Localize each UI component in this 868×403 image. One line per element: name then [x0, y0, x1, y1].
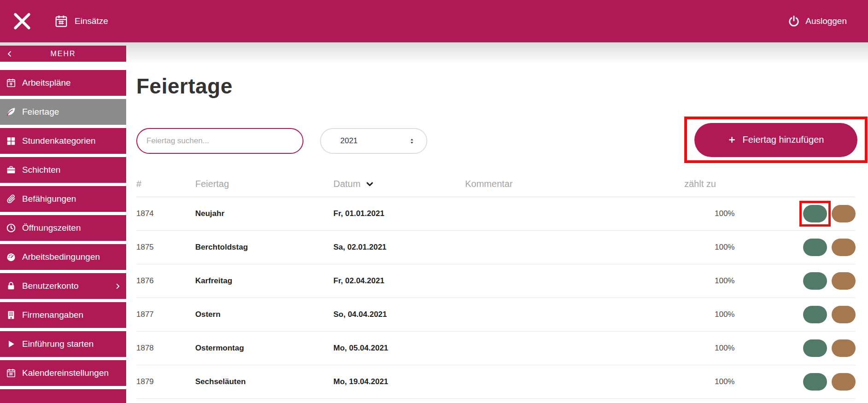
- delete-button[interactable]: [832, 339, 856, 357]
- sidebar-item-firmenangaben[interactable]: Firmenangaben: [0, 302, 126, 328]
- sidebar-item-label: Arbeitsbedingungen: [22, 252, 100, 262]
- delete-x-icon: [840, 311, 847, 318]
- chevron-right-icon: [114, 282, 122, 290]
- delete-x-icon: [840, 244, 847, 251]
- column-header-feiertag[interactable]: Feiertag: [195, 179, 333, 189]
- sidebar-item-arbeitsplaene[interactable]: Arbeitspläne: [0, 70, 126, 96]
- annotation-box-edit-button: [799, 201, 831, 227]
- sidebar-item-schichten[interactable]: Schichten: [0, 157, 126, 183]
- row-actions: [744, 201, 856, 227]
- row-datum: Mo, 19.04.2021: [333, 377, 465, 386]
- delete-x-icon: [840, 278, 847, 285]
- nav-item-einsaetze[interactable]: Einsätze: [54, 14, 108, 28]
- column-header-zaehlt-zu[interactable]: zählt zu: [684, 179, 744, 189]
- annotation-box-edit-button: [799, 369, 831, 395]
- app-logo-x-icon[interactable]: [12, 11, 32, 31]
- edit-button[interactable]: [803, 272, 827, 290]
- sidebar-header-label: MEHR: [50, 50, 76, 58]
- calendar-plus-icon: [6, 78, 16, 88]
- sidebar-item-befaehigungen[interactable]: Befähigungen: [0, 186, 126, 212]
- add-feiertag-button[interactable]: Feiertag hinzufügen: [694, 123, 857, 157]
- plus-icon: [728, 136, 736, 144]
- sidebar-item-partial: [0, 389, 126, 403]
- logout-label: Ausloggen: [805, 16, 847, 26]
- calendar-icon: [54, 14, 68, 28]
- sidebar-item-label: Befähigungen: [22, 194, 76, 204]
- logout-button[interactable]: Ausloggen: [788, 15, 847, 27]
- row-id: 1876: [136, 276, 195, 286]
- table-row: 1879 Sechseläuten Mo, 19.04.2021 100%: [136, 365, 856, 399]
- table-header-row: # Feiertag Datum Kommentar zählt zu: [136, 171, 856, 197]
- row-datum: Mo, 05.04.2021: [333, 344, 465, 353]
- delete-x-icon: [840, 345, 847, 352]
- table-row: 1875 Berchtoldstag Sa, 02.01.2021 100%: [136, 231, 856, 264]
- row-zaehlt-zu: 100%: [684, 310, 744, 319]
- search-input[interactable]: [136, 128, 303, 154]
- annotation-box-edit-button: [799, 335, 831, 361]
- sort-chevron-down-icon: [365, 180, 374, 189]
- edit-button[interactable]: [803, 306, 827, 323]
- annotation-box-edit-button: [799, 268, 831, 294]
- row-actions: [744, 234, 856, 260]
- row-zaehlt-zu: 100%: [684, 276, 744, 286]
- paperclip-icon: [6, 194, 16, 204]
- row-feiertag-name: Berchtoldstag: [195, 243, 333, 252]
- sidebar-item-label: Feiertage: [22, 107, 59, 117]
- row-feiertag-name: Karfreitag: [195, 276, 333, 286]
- row-actions: [744, 268, 856, 294]
- sidebar-item-kalendereinstellungen[interactable]: Kalendereinstellungen: [0, 360, 126, 386]
- edit-button[interactable]: [803, 205, 827, 222]
- annotation-box-edit-button: [799, 234, 831, 260]
- sidebar-item-benutzerkonto[interactable]: Benutzerkonto: [0, 273, 126, 299]
- column-header-kommentar[interactable]: Kommentar: [465, 179, 684, 189]
- sidebar-item-oeffnungszeiten[interactable]: Öffnungszeiten: [0, 215, 126, 241]
- table-row: 1876 Karfreitag Fr, 02.04.2021 100%: [136, 264, 856, 298]
- sidebar-item-stundenkategorien[interactable]: Stundenkategorien: [0, 128, 126, 154]
- sidebar-header-mehr[interactable]: MEHR: [0, 46, 126, 62]
- row-id: 1879: [136, 377, 195, 386]
- edit-button[interactable]: [803, 239, 827, 256]
- sidebar-item-label: Schichten: [22, 165, 60, 175]
- column-header-datum-label: Datum: [333, 179, 361, 189]
- power-icon: [788, 15, 800, 27]
- delete-button[interactable]: [832, 306, 856, 323]
- column-header-id[interactable]: #: [136, 179, 195, 189]
- row-zaehlt-zu: 100%: [684, 209, 744, 218]
- lock-icon: [6, 281, 16, 291]
- delete-button[interactable]: [832, 239, 856, 256]
- row-datum: Fr, 01.01.2021: [333, 209, 465, 218]
- year-select-value: 2021: [340, 136, 358, 146]
- delete-button[interactable]: [832, 272, 856, 290]
- delete-button[interactable]: [832, 205, 856, 222]
- edit-pencil-icon: [811, 378, 819, 386]
- delete-x-icon: [840, 210, 847, 217]
- row-feiertag-name: Neujahr: [195, 209, 333, 218]
- row-id: 1877: [136, 310, 195, 319]
- table-row: 1874 Neujahr Fr, 01.01.2021 100%: [136, 197, 856, 231]
- grid-icon: [6, 136, 16, 146]
- row-id: 1878: [136, 344, 195, 353]
- edit-pencil-icon: [811, 310, 819, 319]
- sidebar-item-arbeitsbedingungen[interactable]: Arbeitsbedingungen: [0, 244, 126, 270]
- table-row: 1878 Ostermontag Mo, 05.04.2021 100%: [136, 332, 856, 365]
- edit-pencil-icon: [811, 210, 819, 218]
- row-actions: [744, 302, 856, 327]
- row-actions: [744, 335, 856, 361]
- delete-button[interactable]: [832, 373, 856, 391]
- row-feiertag-name: Ostern: [195, 310, 333, 319]
- year-select[interactable]: 2021: [320, 128, 427, 154]
- sidebar-item-einfuehrung-starten[interactable]: Einführung starten: [0, 331, 126, 357]
- navbar-shadow: [0, 42, 868, 64]
- nav-einsaetze-label: Einsätze: [75, 16, 108, 26]
- edit-pencil-icon: [811, 243, 819, 251]
- chevron-left-icon: [6, 50, 14, 58]
- edit-button[interactable]: [803, 339, 827, 357]
- column-header-datum[interactable]: Datum: [333, 179, 465, 189]
- sidebar-item-label: Kalendereinstellungen: [22, 368, 109, 378]
- building-icon: [6, 310, 16, 320]
- top-navbar: Einsätze Ausloggen: [0, 0, 868, 42]
- sidebar-item-feiertage[interactable]: Feiertage: [0, 99, 126, 125]
- row-zaehlt-zu: 100%: [684, 344, 744, 353]
- edit-button[interactable]: [803, 373, 827, 391]
- feiertage-table: # Feiertag Datum Kommentar zählt zu 1874…: [136, 171, 856, 399]
